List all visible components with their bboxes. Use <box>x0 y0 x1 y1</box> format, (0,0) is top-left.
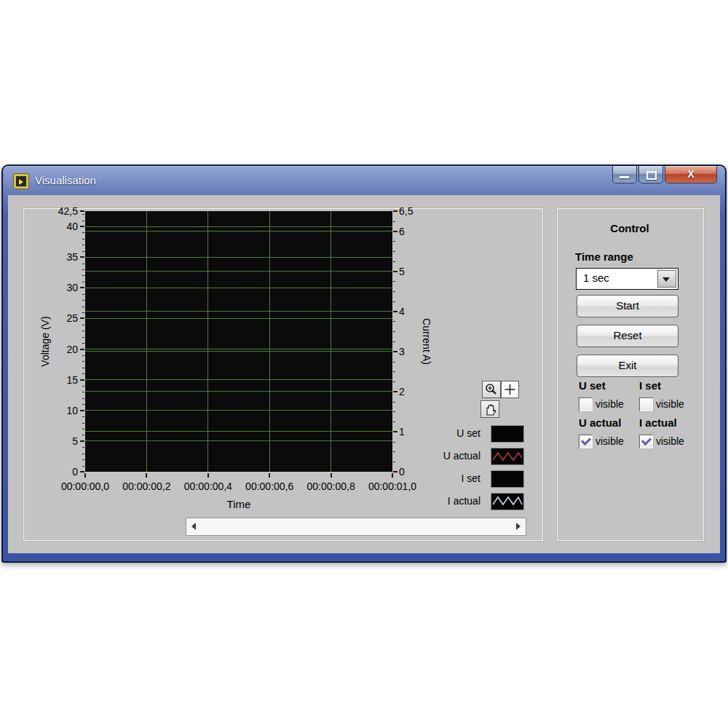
y-right-tick-label: 3 <box>399 346 428 357</box>
y-minor-tick <box>82 355 84 356</box>
gridline-vertical <box>207 211 208 472</box>
minimize-button[interactable] <box>612 166 637 183</box>
visible-checkbox-i-actual[interactable] <box>639 435 653 448</box>
y-major-tick <box>80 287 84 288</box>
x-major-tick <box>331 473 332 478</box>
y-major-tick <box>393 271 397 272</box>
y-minor-tick <box>393 281 395 282</box>
visible-checkbox-i-set[interactable] <box>639 397 653 411</box>
gridline-horizontal <box>85 410 392 411</box>
graph-plot-area <box>85 211 392 472</box>
y-minor-tick <box>82 404 84 405</box>
legend-swatch-u-set[interactable] <box>491 425 524 443</box>
gridline-horizontal <box>85 311 392 312</box>
x-axis-title: Time <box>85 498 392 510</box>
y-minor-tick <box>82 368 84 368</box>
y-minor-tick <box>393 462 395 462</box>
checkmark-icon <box>581 435 591 446</box>
exit-button[interactable]: Exit <box>577 355 678 377</box>
gridline-horizontal <box>85 351 392 352</box>
visible-label-u-actual: visible <box>596 435 624 447</box>
y-major-tick <box>80 379 84 381</box>
y-minor-tick <box>82 435 84 435</box>
y-minor-tick <box>82 264 84 264</box>
y-minor-tick <box>82 373 84 374</box>
y-minor-tick <box>393 402 395 403</box>
visible-checkbox-u-set[interactable] <box>579 397 593 411</box>
y-minor-tick <box>393 371 395 372</box>
close-button[interactable]: X <box>665 166 717 183</box>
y-minor-tick <box>82 251 84 252</box>
crosshair-tool-button[interactable] <box>501 381 519 398</box>
pan-tool-button[interactable] <box>480 400 499 418</box>
x-tick-label: 00:00:00,2 <box>114 480 179 492</box>
y-left-tick-label: 30 <box>41 282 78 293</box>
x-major-tick <box>146 473 147 478</box>
y-minor-tick <box>82 447 84 448</box>
gridline-horizontal <box>85 271 392 272</box>
y-minor-tick <box>393 381 395 382</box>
visible-checkbox-u-actual[interactable] <box>579 435 593 448</box>
legend-item-label: U set <box>408 427 480 439</box>
y-major-tick <box>80 471 84 472</box>
y-major-tick <box>393 431 397 432</box>
legend-swatch-u-actual[interactable] <box>491 448 524 465</box>
y-major-tick <box>393 231 397 232</box>
scroll-left-icon[interactable] <box>191 523 196 530</box>
y-left-tick-label: 25 <box>41 312 78 324</box>
y-major-tick <box>80 410 84 411</box>
y-left-tick-label: 10 <box>41 405 78 416</box>
app-icon <box>13 173 29 189</box>
x-tick-label: 00:00:00,4 <box>175 480 241 492</box>
y-minor-tick <box>82 416 84 417</box>
time-range-dropdown[interactable]: 1 sec <box>576 268 678 290</box>
y-minor-tick <box>82 423 84 424</box>
y-minor-tick <box>82 300 84 301</box>
channel-label-i-actual: I actual <box>639 416 677 429</box>
y-major-tick <box>80 440 84 442</box>
scroll-right-icon[interactable] <box>516 523 521 530</box>
channel-label-i-set: I set <box>639 379 661 392</box>
y-minor-tick <box>393 442 395 443</box>
reset-button[interactable]: Reset <box>577 325 678 347</box>
x-tick-label: 00:00:00,6 <box>237 480 302 492</box>
visible-label-i-set: visible <box>656 398 684 410</box>
y-minor-tick <box>82 239 84 240</box>
waveform-icon <box>491 494 523 510</box>
titlebar[interactable]: Visualisation X <box>3 166 725 195</box>
y-minor-tick <box>393 362 395 363</box>
y-minor-tick <box>82 466 84 467</box>
y-minor-tick <box>393 341 395 342</box>
dropdown-arrow-button[interactable] <box>657 270 676 288</box>
x-tick-label: 00:00:00,0 <box>52 480 118 492</box>
y-minor-tick <box>82 214 84 215</box>
screenshot-canvas: Visualisation X Voltage (V) Current A) T… <box>0 0 728 728</box>
x-axis-scrollbar[interactable] <box>186 518 526 536</box>
y-major-tick <box>393 210 397 212</box>
y-major-tick <box>393 471 397 472</box>
gridline-horizontal <box>85 226 392 227</box>
legend-swatch-i-set[interactable] <box>491 470 524 488</box>
chevron-down-icon <box>662 277 670 282</box>
time-range-value: 1 sec <box>583 269 609 288</box>
gridline-horizontal <box>85 231 392 232</box>
plus-cursor-icon <box>502 382 518 397</box>
visible-label-i-actual: visible <box>656 435 684 447</box>
x-major-tick <box>84 473 86 478</box>
maximize-button[interactable] <box>638 166 663 183</box>
y-minor-tick <box>82 294 84 295</box>
y-left-tick-label: 35 <box>41 251 78 263</box>
y-minor-tick <box>393 221 395 222</box>
gridline-vertical <box>146 211 147 472</box>
y-right-tick-label: 5 <box>399 266 428 277</box>
checkmark-icon <box>641 435 652 446</box>
y-minor-tick <box>82 392 84 392</box>
y-minor-tick <box>393 451 395 452</box>
y-minor-tick <box>82 312 84 313</box>
legend-swatch-i-actual[interactable] <box>491 493 524 510</box>
y-minor-tick <box>82 361 84 362</box>
y-minor-tick <box>393 241 395 242</box>
zoom-tool-button[interactable] <box>482 381 501 398</box>
gridline-horizontal <box>85 288 392 288</box>
start-button[interactable]: Start <box>577 295 678 317</box>
